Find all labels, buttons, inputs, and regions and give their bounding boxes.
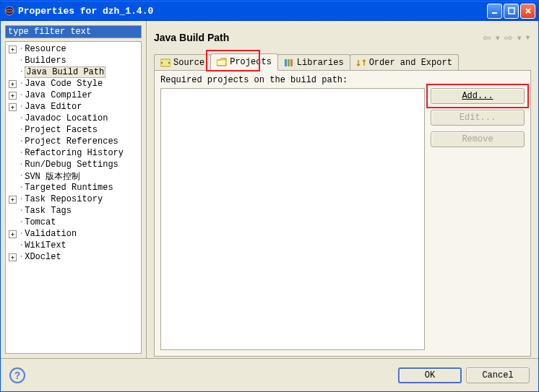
close-button[interactable] [520, 4, 535, 19]
main-panel: Java Build Path ⇦ ▾ ⇨ ▾ ▼ SourceProjects… [147, 21, 538, 358]
category-tree[interactable]: +·Resource·Builders·Java Build Path+·Jav… [5, 41, 142, 354]
tree-connector: · [19, 136, 23, 147]
window-title: Properties for dzh_1.4.0 [18, 6, 487, 17]
tree-item-label: Task Repository [25, 194, 103, 204]
titlebar[interactable]: Properties for dzh_1.4.0 [1, 1, 538, 21]
help-icon[interactable]: ? [9, 367, 25, 383]
tree-item[interactable]: +·XDoclet [6, 251, 141, 263]
tree-item[interactable]: +·Validation [6, 228, 141, 240]
view-menu-icon[interactable]: ▼ [525, 34, 531, 41]
tree-item-label: Run/Debug Settings [25, 160, 118, 170]
tree-connector: · [19, 160, 23, 170]
expand-icon[interactable]: + [9, 45, 17, 53]
tree-connector: · [19, 171, 23, 181]
tree-connector: · [19, 183, 23, 193]
remove-button: Remove [431, 131, 525, 147]
tree-item[interactable]: +·Java Code Style [6, 78, 141, 90]
tree-item[interactable]: ·Targeted Runtimes [6, 182, 141, 193]
tab-source[interactable]: Source [154, 54, 211, 70]
tree-item[interactable]: +·Java Editor [6, 101, 141, 113]
maximize-button[interactable] [504, 4, 519, 19]
tab-label: Libraries [297, 58, 344, 68]
svg-rect-5 [217, 61, 225, 65]
tree-connector: · [19, 148, 23, 158]
tree-connector: · [19, 229, 23, 239]
tab-label: Order and Export [369, 58, 452, 68]
expand-icon[interactable]: + [9, 253, 17, 261]
ok-button[interactable]: OK [398, 367, 462, 383]
tree-item[interactable]: ·Project References [6, 136, 141, 147]
tree-connector: · [19, 67, 23, 77]
tree-item[interactable]: ·Tomcat [6, 217, 141, 228]
tree-item[interactable]: +·Resource [6, 43, 141, 55]
main-header: Java Build Path ⇦ ▾ ⇨ ▾ ▼ [154, 27, 531, 48]
libraries-icon [284, 58, 294, 67]
expand-icon[interactable]: + [9, 196, 17, 204]
tab-order-and-export[interactable]: Order and Export [350, 54, 459, 70]
dialog-footer: ? OK Cancel [1, 358, 538, 391]
expand-icon[interactable]: + [9, 92, 17, 100]
tree-item-label: SVN 版本控制 [25, 170, 80, 183]
svg-rect-2 [492, 12, 497, 14]
tree-connector: · [19, 194, 23, 204]
svg-point-0 [5, 6, 14, 15]
tree-item-label: Refactoring History [25, 148, 124, 158]
button-column: Add... Edit... Remove [431, 88, 525, 350]
back-icon[interactable]: ⇦ [481, 32, 493, 43]
tree-connector: · [19, 102, 23, 112]
svg-rect-3 [509, 8, 514, 14]
tree-item-label: Project References [25, 136, 118, 147]
filter-input[interactable] [5, 25, 142, 38]
tree-item-label: Tomcat [25, 217, 56, 227]
svg-rect-8 [290, 59, 293, 66]
tree-item[interactable]: ·Java Build Path [6, 66, 141, 78]
expand-icon[interactable]: + [9, 103, 17, 111]
minimize-button[interactable] [487, 4, 502, 19]
expand-icon[interactable]: + [9, 80, 17, 88]
add-button[interactable]: Add... [431, 88, 525, 104]
tree-item-label: Java Compiler [25, 90, 92, 100]
properties-dialog: Properties for dzh_1.4.0 +·Resource·Buil… [0, 0, 539, 392]
tree-connector: · [19, 90, 23, 100]
cancel-button[interactable]: Cancel [466, 367, 530, 383]
tab-label: Source [173, 58, 204, 68]
tab-libraries[interactable]: Libraries [277, 54, 350, 70]
tree-connector: · [19, 125, 23, 135]
tab-content: Required projects on the build path: Add… [154, 70, 531, 357]
tree-item[interactable]: ·SVN 版本控制 [6, 170, 141, 182]
tree-item[interactable]: ·Run/Debug Settings [6, 159, 141, 170]
tree-item-label: Java Code Style [25, 79, 103, 89]
tree-item[interactable]: ·Javadoc Location [6, 113, 141, 124]
tree-connector: · [19, 79, 23, 89]
tab-bar: SourceProjectsLibrariesOrder and Export [154, 53, 531, 70]
tree-item[interactable]: +·Task Repository [6, 193, 141, 205]
tree-item[interactable]: ·WikiText [6, 240, 141, 251]
tree-item[interactable]: ·Task Tags [6, 205, 141, 217]
page-title: Java Build Path [154, 32, 481, 43]
tree-connector: · [19, 240, 23, 251]
tree-item-label: Project Facets [25, 125, 98, 135]
tree-item-label: Java Editor [25, 102, 82, 112]
tree-item[interactable]: ·Project Facets [6, 124, 141, 136]
tree-item-label: Resource [25, 44, 66, 54]
sidebar: +·Resource·Builders·Java Build Path+·Jav… [1, 21, 147, 358]
order-icon [356, 58, 366, 67]
svg-rect-6 [285, 59, 287, 66]
window-buttons [487, 4, 535, 19]
tree-item-label: XDoclet [25, 252, 61, 262]
nav-buttons: ⇦ ▾ ⇨ ▾ ▼ [481, 32, 531, 43]
tree-item[interactable]: +·Java Compiler [6, 90, 141, 101]
forward-icon[interactable]: ⇨ [503, 32, 514, 43]
tree-item-label: Builders [25, 56, 66, 66]
edit-button: Edit... [431, 110, 525, 126]
eclipse-icon [4, 5, 15, 17]
projects-list[interactable] [160, 88, 425, 350]
tree-item[interactable]: ·Builders [6, 55, 141, 66]
tree-item-label: Task Tags [25, 206, 72, 216]
tab-label: Projects [230, 57, 272, 67]
tree-item-label: WikiText [25, 240, 66, 251]
tree-item-label: Validation [25, 229, 77, 239]
tree-item[interactable]: ·Refactoring History [6, 147, 141, 159]
tab-projects[interactable]: Projects [210, 53, 278, 71]
expand-icon[interactable]: + [9, 230, 17, 238]
